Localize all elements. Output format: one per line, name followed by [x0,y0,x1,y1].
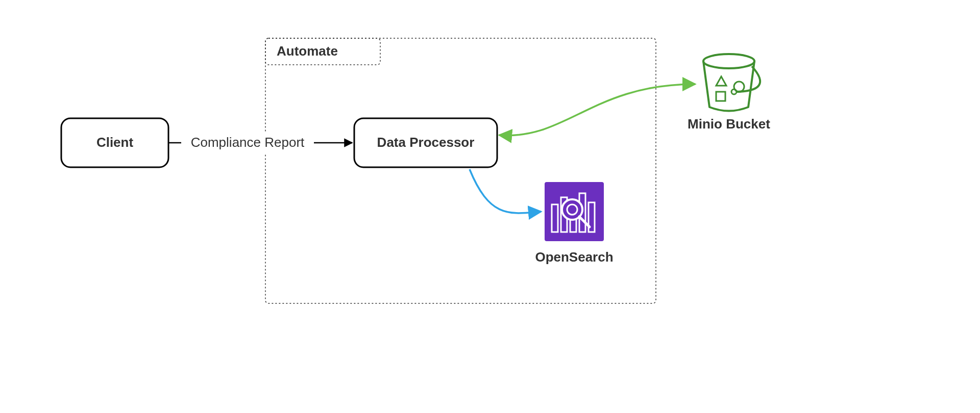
svg-point-6 [703,54,754,68]
opensearch-icon [545,182,604,241]
opensearch-node: OpenSearch [535,182,613,265]
edge-dataprocessor-opensearch [470,169,541,213]
automate-label: Automate [277,43,338,59]
minio-node: Minio Bucket [688,54,770,132]
edge-dataprocessor-minio [499,84,695,136]
edge-compliance-report: Compliance Report [168,132,352,154]
edge-compliance-report-label: Compliance Report [191,135,305,150]
client-node: Client [61,118,168,167]
bucket-icon [703,54,760,111]
client-label: Client [96,135,134,150]
minio-label: Minio Bucket [688,116,770,132]
data-processor-label: Data Processor [377,135,475,150]
diagram-stage: Automate Client Data Processor Complianc… [0,0,980,413]
diagram-canvas: Automate Client Data Processor Complianc… [0,0,980,413]
data-processor-node: Data Processor [354,118,497,167]
opensearch-label: OpenSearch [535,249,613,265]
